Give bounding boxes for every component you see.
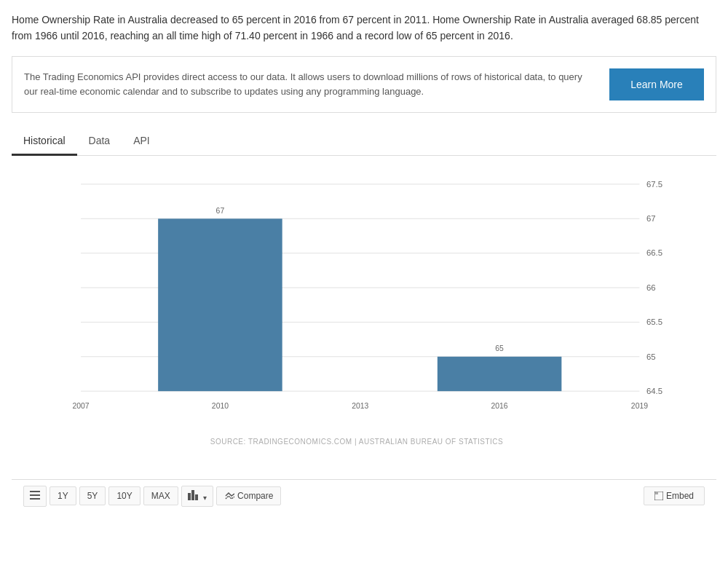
- bar-chart-icon: [188, 490, 201, 500]
- 1y-button[interactable]: 1Y: [50, 486, 76, 505]
- svg-text:65: 65: [495, 344, 504, 352]
- compare-label: Compare: [237, 491, 273, 501]
- svg-text:65.5: 65.5: [646, 317, 662, 326]
- tab-historical[interactable]: Historical: [12, 127, 77, 156]
- api-banner: The Trading Economics API provides direc…: [12, 56, 716, 113]
- embed-button[interactable]: Embed: [644, 486, 705, 505]
- bar-2016: [438, 357, 562, 391]
- svg-rect-24: [188, 493, 191, 500]
- compare-button[interactable]: Compare: [216, 486, 281, 505]
- svg-text:67: 67: [646, 214, 656, 223]
- 5y-button[interactable]: 5Y: [79, 486, 106, 505]
- svg-text:66: 66: [646, 283, 656, 292]
- compare-icon: [224, 491, 234, 501]
- list-icon-button[interactable]: [23, 486, 47, 507]
- chart-source: SOURCE: TRADINGECONOMICS.COM | AUSTRALIA…: [41, 438, 673, 446]
- svg-text:2013: 2013: [352, 402, 368, 410]
- chart-type-chevron: ▾: [203, 494, 207, 502]
- list-icon: [30, 490, 40, 500]
- toolbar: 1Y 5Y 10Y MAX ▾ Compare: [12, 479, 716, 513]
- learn-more-button[interactable]: Learn More: [609, 68, 704, 100]
- svg-text:2007: 2007: [72, 402, 89, 410]
- svg-text:66.5: 66.5: [646, 248, 662, 257]
- chart-svg: .grid-line { stroke: #e0e0e0; stroke-wid…: [41, 170, 673, 433]
- api-banner-text: The Trading Economics API provides direc…: [24, 70, 595, 98]
- description-text: Home Ownership Rate in Australia decreas…: [12, 12, 716, 44]
- max-button[interactable]: MAX: [143, 486, 178, 505]
- bar-2010: [158, 218, 282, 391]
- svg-rect-22: [30, 494, 40, 496]
- svg-text:2010: 2010: [212, 402, 229, 410]
- chart-type-button[interactable]: ▾: [181, 486, 213, 507]
- svg-text:2016: 2016: [491, 402, 508, 410]
- svg-rect-28: [655, 492, 658, 494]
- svg-rect-23: [30, 498, 40, 500]
- tab-api[interactable]: API: [122, 127, 162, 156]
- svg-text:67.5: 67.5: [646, 180, 662, 189]
- svg-rect-21: [30, 491, 40, 492]
- embed-icon: [654, 492, 663, 500]
- svg-rect-26: [195, 494, 198, 500]
- 10y-button[interactable]: 10Y: [108, 486, 140, 505]
- svg-text:65: 65: [646, 352, 656, 360]
- svg-text:67: 67: [216, 207, 225, 215]
- embed-label: Embed: [666, 491, 694, 501]
- tabs-container: Historical Data API: [12, 127, 716, 156]
- svg-text:2019: 2019: [631, 402, 648, 410]
- svg-text:64.5: 64.5: [646, 387, 662, 395]
- svg-rect-25: [191, 490, 194, 500]
- chart-area: .grid-line { stroke: #e0e0e0; stroke-wid…: [12, 156, 716, 476]
- tab-data[interactable]: Data: [77, 127, 122, 156]
